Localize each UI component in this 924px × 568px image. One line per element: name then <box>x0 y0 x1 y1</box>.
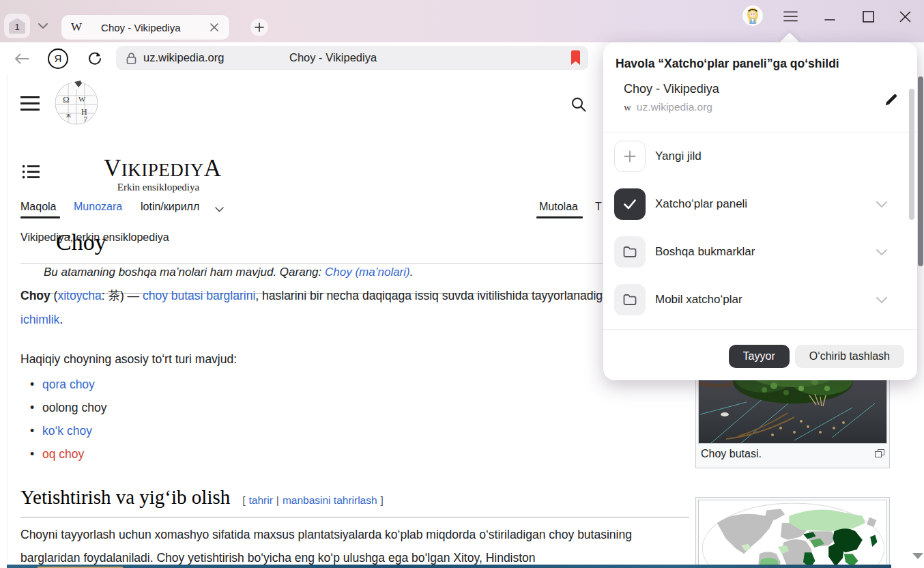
page-scrollbar-thumb[interactable] <box>918 76 923 266</box>
content-left-border <box>7 74 8 568</box>
wordmark-part: V <box>104 155 121 182</box>
figure-tea-map[interactable] <box>695 497 890 568</box>
types-intro: Haqiqiy choyning asosiy to‘rt turi mavju… <box>20 352 237 367</box>
wikipedia-favicon: w <box>624 102 631 113</box>
figure-caption-row: Choy butasi. <box>698 444 887 466</box>
hatnote-link[interactable]: Choy (ma’nolari) <box>325 266 410 279</box>
done-button[interactable]: Tayyor <box>729 345 790 368</box>
yandex-icon: Я <box>55 53 62 64</box>
reload-icon <box>87 51 103 67</box>
browser-window: 1 W Choy - Vikipediya <box>0 0 924 568</box>
edit-link[interactable]: tahrir <box>249 494 273 506</box>
window-minimize-button[interactable] <box>821 8 839 25</box>
next-section-image-edge <box>7 565 891 568</box>
tea-bush-image[interactable] <box>698 371 887 444</box>
tab-close-button[interactable] <box>207 20 221 34</box>
link-kok-choy[interactable]: ko‘k choy <box>42 424 92 438</box>
tab-counter-button[interactable]: 1 <box>4 14 30 38</box>
window-maximize-button[interactable] <box>859 8 877 25</box>
chevron-down-icon[interactable] <box>876 246 887 258</box>
profile-avatar[interactable] <box>742 5 763 26</box>
check-icon <box>622 196 638 212</box>
folder-list: Yangi jild Xatcho‘plar paneli <box>603 132 917 329</box>
close-icon <box>899 11 911 23</box>
list-item: ko‘k choy <box>23 423 106 439</box>
folder-row-mobile-bookmarks[interactable]: Mobil xatcho‘plar <box>603 276 917 324</box>
back-button[interactable] <box>12 49 31 68</box>
pencil-edit-icon <box>884 92 899 107</box>
minimize-icon <box>824 11 835 22</box>
link-ichimlik[interactable]: ichimlik <box>20 313 59 326</box>
intro-text: : 茶) — <box>102 289 143 302</box>
wikipedia-wordmark[interactable]: VIKIPEDIYA <box>104 156 222 180</box>
tab-variant[interactable]: lotin/кирилл <box>141 201 199 213</box>
folder-icon <box>614 236 646 268</box>
checked-folder-icon <box>614 188 646 220</box>
chevron-down-icon[interactable] <box>876 294 887 306</box>
tea-bush-photo <box>699 372 887 443</box>
popup-footer-divider <box>603 329 917 330</box>
wikipedia-globe-logo[interactable]: Ω W H 7 ж <box>54 81 99 126</box>
folder-label: Xatcho‘plar paneli <box>655 197 747 211</box>
tab-article[interactable]: Maqola <box>20 201 56 213</box>
search-button[interactable] <box>571 96 587 113</box>
window-close-button[interactable] <box>896 8 914 25</box>
section-heading-row: Yetishtirish va yig‘ib olish [tahrir|man… <box>20 486 384 509</box>
folder-row-bookmarks-bar[interactable]: Xatcho‘plar paneli <box>603 180 917 228</box>
reload-button[interactable] <box>85 49 104 68</box>
edit-source-link[interactable]: manbasini tahrirlash <box>283 494 377 506</box>
link-choy-butasi[interactable]: choy butasi barglarini <box>143 289 255 302</box>
redlink-oq-choy[interactable]: oq choy <box>42 447 84 461</box>
hamburger-menu-icon <box>20 96 40 112</box>
wordmark-part: IKIPEDIY <box>121 160 204 180</box>
remove-bookmark-button[interactable]: O‘chirib tashlash <box>795 345 904 368</box>
address-page-title: Choy - Vikipediya <box>289 51 377 64</box>
folder-row-new[interactable]: Yangi jild <box>603 132 917 180</box>
folder-icon <box>614 284 646 315</box>
wordmark-part: A <box>204 155 222 182</box>
list-item: oq choy <box>23 446 106 462</box>
new-folder-icon <box>614 141 646 172</box>
browser-tab[interactable]: W Choy - Vikipediya <box>61 15 229 40</box>
browser-menu-button[interactable] <box>781 8 799 25</box>
contents-toc-button[interactable] <box>22 164 40 180</box>
bookmark-title: Choy - Vikipediya <box>624 82 897 96</box>
folder-row-other-bookmarks[interactable]: Boshqa bukmarklar <box>603 228 917 276</box>
chevron-down-icon[interactable] <box>876 198 887 210</box>
bookmark-flag-button[interactable] <box>569 50 586 66</box>
bracket: ] <box>381 494 384 506</box>
chevron-down-icon[interactable] <box>215 207 224 212</box>
maximize-icon <box>863 11 874 23</box>
plus-icon <box>622 148 638 165</box>
popup-footer: Tayyor O‘chirib tashlash <box>603 345 917 368</box>
tab-read[interactable]: Mutolaa <box>539 201 578 213</box>
tab-title: Choy - Vikipediya <box>101 22 180 33</box>
link-xitoycha[interactable]: xitoycha <box>57 289 101 302</box>
wikipedia-favicon: W <box>71 20 82 34</box>
world-map <box>699 500 887 568</box>
tab-list-chevron-button[interactable] <box>31 14 55 38</box>
new-tab-button[interactable] <box>250 18 268 36</box>
popup-scrollbar-thumb[interactable] <box>909 89 914 220</box>
search-icon <box>571 96 587 113</box>
popup-title: Havola “Xatcho‘plar paneli”ga qo‘shildi <box>616 57 839 71</box>
address-bar[interactable]: uz.wikipedia.org Choy - Vikipediya <box>116 46 588 70</box>
list-item: oolong choy <box>23 400 106 416</box>
bookmark-entry[interactable]: Choy - Vikipediya w uz.wikipedia.org <box>624 82 897 124</box>
hatnote-dot: . <box>410 266 414 279</box>
wiki-menu-button[interactable] <box>20 96 40 112</box>
expand-icon[interactable] <box>875 449 884 457</box>
hatnote: Bu atamaning boshqa ma’nolari ham mavjud… <box>44 266 413 279</box>
tab-talk[interactable]: Munozara <box>74 201 122 213</box>
tea-production-map-image[interactable] <box>698 500 887 568</box>
list-toc-icon <box>22 164 40 180</box>
figure-tea-bush[interactable]: Choy butasi. <box>695 369 890 468</box>
scrollbar-down-arrow[interactable] <box>912 553 923 559</box>
yandex-button[interactable]: Я <box>48 48 68 69</box>
bookmark-url-row: w uz.wikipedia.org <box>624 101 897 113</box>
section-heading: Yetishtirish va yig‘ib olish <box>20 486 230 509</box>
link-qora-choy[interactable]: qora choy <box>42 378 95 391</box>
tab-edit-partial[interactable]: T <box>595 201 602 213</box>
address-domain: uz.wikipedia.org <box>143 51 224 64</box>
edit-bookmark-button[interactable] <box>882 90 901 109</box>
